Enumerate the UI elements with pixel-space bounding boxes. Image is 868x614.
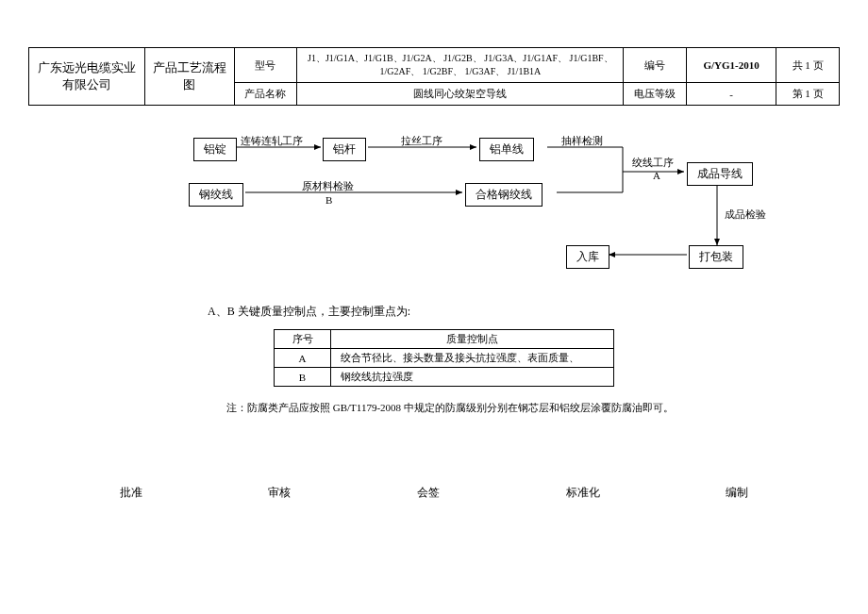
footer-signatures: 批准 审核 会签 标准化 编制 [0,485,868,501]
page-total: 共 1 页 [776,48,840,83]
doc-type: 产品工艺流程图 [144,48,234,106]
label-raw-b: B [326,194,332,206]
node-al-wire: 铝单线 [479,138,534,161]
page-current: 第 1 页 [776,83,840,106]
label-product-name: 产品名称 [234,83,297,106]
flowchart: 铝锭 铝杆 铝单线 钢绞线 合格钢绞线 成品导线 打包装 入库 连铸连轧工序 拉… [189,134,774,285]
label-cast: 连铸连轧工序 [241,134,303,148]
sig-review: 审核 [268,485,291,501]
node-steel-strand: 钢绞线 [189,183,243,207]
company-name: 广东远光电缆实业有限公司 [29,48,145,106]
qc-row-b-no: B [275,368,331,387]
label-model: 型号 [234,48,297,83]
qc-th-point: 质量控制点 [331,330,614,349]
sig-approve: 批准 [120,485,142,501]
node-ok-steel: 合格钢绞线 [465,183,542,207]
voltage-value: - [687,83,776,106]
label-code: 编号 [624,48,687,83]
label-strand: 绞线工序 [632,156,674,170]
note-text: 注：防腐类产品应按照 GB/T1179-2008 中规定的防腐级别分别在钢芯层和… [226,401,840,415]
header-table: 广东远光电缆实业有限公司 产品工艺流程图 型号 J1、J1/G1A、J1/G1B… [28,47,840,106]
label-sample: 抽样检测 [561,134,603,148]
product-name-value: 圆线同心绞架空导线 [297,83,624,106]
node-pack: 打包装 [689,245,743,269]
qc-th-no: 序号 [275,330,331,349]
node-al-ingot: 铝锭 [193,138,237,161]
label-draw: 拉丝工序 [401,134,442,148]
label-voltage: 电压等级 [624,83,687,106]
sig-standardize: 标准化 [566,485,600,501]
code-value: G/YG1-2010 [687,48,776,83]
label-strand-a: A [653,170,660,181]
node-product: 成品导线 [687,162,753,186]
qc-table: 序号 质量控制点 A 绞合节径比、接头数量及接头抗拉强度、表面质量、 B 钢绞线… [274,329,614,387]
qc-row-a-no: A [275,349,331,368]
qc-intro: A、B 关键质量控制点，主要控制重点为: [208,304,840,320]
sig-prepare: 编制 [726,485,748,501]
label-raw-insp: 原材料检验 [302,179,354,193]
qc-row-a-point: 绞合节径比、接头数量及接头抗拉强度、表面质量、 [331,349,614,368]
node-al-rod: 铝杆 [323,138,366,161]
label-prod-insp: 成品检验 [725,207,766,222]
model-value: J1、J1/G1A、J1/G1B、J1/G2A、 J1/G2B、 J1/G3A、… [297,48,624,83]
sig-countersign: 会签 [417,485,440,501]
node-store: 入库 [566,245,609,269]
qc-row-b-point: 钢绞线抗拉强度 [331,368,614,387]
